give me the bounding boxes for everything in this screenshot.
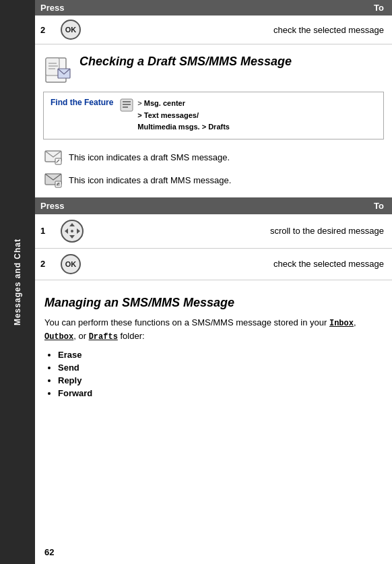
comma1: , [354, 317, 356, 327]
managing-title: Managing an SMS/MMS Message [44, 295, 383, 311]
comma2: , or [73, 331, 88, 341]
nav-arrows [63, 222, 81, 240]
path-step2: > Text messages/ [137, 111, 199, 119]
find-feature-path: > Msg. center > Text messages/ Multimedi… [120, 98, 377, 133]
arrow-left-icon [65, 228, 68, 234]
bullet-forward: Forward [58, 388, 383, 398]
path-step3: Multimedia msgs. > Drafts [137, 123, 230, 131]
checking-section-header: Checking a Draft SMS/MMS Message [35, 44, 392, 92]
row-num: 2 [35, 248, 55, 280]
table-row: 2 OK check the selected message [35, 248, 392, 280]
bullet-erase: Erase [58, 350, 383, 360]
main-table-section: Press To 1 [35, 197, 392, 280]
svg-rect-1 [46, 58, 59, 75]
ok-button: OK [61, 254, 81, 274]
main-table-press-header: Press [35, 197, 92, 214]
svg-rect-6 [121, 99, 133, 111]
bullet-send: Send [58, 363, 383, 373]
mms-icon-row: This icon indicates a draft MMS message. [35, 169, 392, 192]
outbox-label: Outbox [44, 332, 73, 342]
table-row: 1 scroll to the desired mes [35, 214, 392, 249]
desc-start: You can perform these functions on a SMS… [44, 317, 329, 327]
sidebar-label: Messages and Chat [13, 239, 22, 325]
arrow-right-icon [77, 228, 80, 234]
managing-desc: You can perform these functions on a SMS… [44, 316, 383, 343]
top-table-to-header: To [89, 0, 392, 15]
row-num: 1 [35, 214, 55, 249]
desc-end: folder: [118, 331, 145, 341]
ok-button: OK [61, 20, 81, 40]
checking-section-title: Checking a Draft SMS/MMS Message [79, 54, 292, 69]
table-row: 2 OK check the selected message [35, 15, 392, 44]
nav-button-cell [55, 214, 92, 249]
svg-rect-11 [55, 158, 61, 164]
inbox-label: Inbox [329, 319, 354, 328]
page-number: 62 [35, 547, 54, 557]
sidebar: Messages and Chat [0, 0, 35, 564]
menu-icon [120, 98, 133, 112]
bullet-reply: Reply [58, 375, 383, 385]
row-num: 2 [35, 15, 55, 44]
ok-button-cell: OK [55, 15, 89, 44]
find-feature-label: Find the Feature [51, 98, 113, 107]
top-table-press-header: Press [35, 0, 89, 15]
arrow-down-icon [69, 235, 75, 239]
row-action: check the selected message [89, 15, 392, 44]
path-step1: Msg. center [144, 99, 185, 107]
main-content: Press To 2 OK check the selected message [35, 0, 392, 564]
main-table: Press To 1 [35, 197, 392, 280]
ok-button-cell: OK [55, 248, 92, 280]
path-text: > Msg. center > Text messages/ Multimedi… [137, 98, 230, 133]
drafts-label: Drafts [89, 332, 118, 342]
row-action: check the selected message [92, 248, 392, 280]
row-action: scroll to the desired message [92, 214, 392, 249]
draft-sms-icon [44, 150, 62, 165]
bullet-list: Erase Send Reply Forward [44, 350, 383, 398]
draft-mms-icon [44, 173, 62, 188]
find-feature-box: Find the Feature > Msg. center > Text me… [43, 92, 384, 139]
document-icon [43, 57, 73, 86]
managing-section: Managing an SMS/MMS Message You can perf… [35, 286, 392, 398]
arrow-up-icon [69, 223, 75, 226]
sms-icon-row: This icon indicates a draft SMS message. [35, 146, 392, 169]
nav-button [61, 220, 84, 243]
mms-icon-desc: This icon indicates a draft MMS message. [69, 175, 231, 185]
top-table: Press To 2 OK check the selected message [35, 0, 392, 44]
main-table-to-header: To [92, 197, 392, 214]
sms-icon-desc: This icon indicates a draft SMS message. [69, 152, 230, 162]
nav-center-dot [71, 230, 73, 232]
path-arrow: > [137, 99, 143, 107]
